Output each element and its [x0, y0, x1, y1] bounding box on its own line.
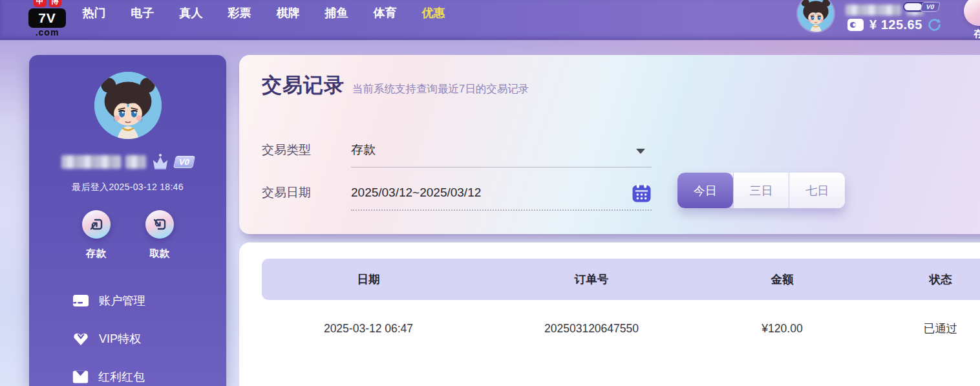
transaction-table-card: 日期 订单号 金额 状态 2025-03-12 06:47 2025031206…	[239, 242, 980, 386]
refresh-icon	[928, 18, 941, 32]
nav-item-fishing[interactable]: 捕鱼	[312, 0, 361, 26]
balance-row: ¥ 125.65	[847, 16, 941, 33]
sidebar-item-bonus[interactable]: 红利红包	[72, 358, 145, 386]
transaction-filter-card: 交易记录 当前系统支持查询最近7日的交易记录 交易类型 存款 交易日期 2025…	[239, 55, 980, 234]
logo-com: .com	[25, 28, 70, 38]
nav-item-hot[interactable]: 热门	[70, 0, 118, 26]
table-header-order: 订单号	[475, 272, 708, 287]
vip-level-chip: V0	[920, 2, 941, 12]
floating-deposit-label: 存	[960, 28, 980, 40]
sidebar-item-label: 账户管理	[99, 293, 145, 308]
transaction-date-input[interactable]: 2025/03/12~2025/03/12	[351, 176, 652, 211]
nav-item-sports[interactable]: 体育	[361, 0, 409, 26]
deposit-button[interactable]: 存款	[76, 210, 116, 261]
crown-icon	[151, 153, 170, 170]
table-header-row: 日期 订单号 金额 状态	[262, 259, 980, 300]
deposit-icon	[82, 210, 111, 239]
sidebar-item-account[interactable]: 账户管理	[72, 281, 145, 319]
avatar-image	[798, 0, 834, 32]
blurred-username-segment	[125, 155, 146, 169]
withdraw-button[interactable]: 取款	[140, 210, 180, 261]
refresh-balance-button[interactable]	[928, 18, 941, 32]
deposit-label: 存款	[76, 247, 116, 261]
vip-progress-fill	[904, 3, 922, 10]
table-row: 2025-03-12 06:47 202503120647550 ¥120.00…	[262, 306, 980, 351]
gem-icon	[72, 331, 89, 346]
range-button-3days[interactable]: 三日	[733, 173, 789, 208]
table-header-date: 日期	[262, 272, 475, 287]
sidebar-avatar[interactable]	[94, 72, 162, 139]
chevron-down-icon	[636, 149, 645, 154]
main-menu: 热门 电子 真人 彩票 棋牌 捕鱼 体育 优惠	[70, 0, 458, 26]
withdraw-icon	[145, 210, 174, 239]
wallet-icon	[847, 17, 864, 32]
sidebar-name-row: V0	[29, 152, 226, 171]
page-subtitle: 当前系统支持查询最近7日的交易记录	[352, 82, 529, 99]
range-button-today[interactable]: 今日	[677, 173, 733, 208]
withdraw-label: 取款	[140, 247, 180, 261]
sidebar-item-label: VIP特权	[99, 331, 141, 347]
avatar-image	[94, 72, 162, 139]
page: 申 博 7V .com 热门 电子 真人 彩票 棋牌 捕鱼 体育 优惠 V0	[0, 0, 980, 386]
transaction-type-row: 交易类型 存款	[262, 133, 652, 167]
cell-order-number: 202503120647550	[475, 322, 708, 336]
calendar-picker-button[interactable]	[632, 183, 652, 203]
blurred-username-segment	[846, 5, 901, 16]
sidebar-quick-actions: 存款 取款	[29, 210, 226, 261]
nav-item-live[interactable]: 真人	[167, 0, 215, 26]
site-logo[interactable]: 申 博 7V .com	[25, 0, 70, 38]
vip-progress-badge[interactable]: V0	[902, 1, 940, 12]
logo-7v: 7V	[28, 8, 66, 28]
nav-item-chess[interactable]: 棋牌	[264, 0, 312, 26]
cell-date: 2025-03-12 06:47	[262, 322, 475, 336]
transaction-date-row: 交易日期 2025/03/12~2025/03/12	[262, 176, 652, 211]
sidebar-item-vip[interactable]: VIP特权	[72, 319, 145, 358]
transaction-date-value: 2025/03/12~2025/03/12	[351, 186, 481, 199]
balance-amount: ¥ 125.65	[869, 17, 922, 32]
top-navigation-bar: 申 博 7V .com 热门 电子 真人 彩票 棋牌 捕鱼 体育 优惠 V0	[0, 0, 980, 40]
vip-level-chip: V0	[173, 156, 195, 168]
user-sidebar: V0 最后登入2025-03-12 18:46 存款	[29, 55, 226, 386]
cell-status: 已通过	[857, 321, 980, 336]
user-avatar[interactable]	[798, 0, 834, 32]
transaction-type-select[interactable]: 存款	[351, 133, 652, 167]
title-row: 交易记录 当前系统支持查询最近7日的交易记录	[262, 72, 529, 99]
transaction-type-value: 存款	[351, 143, 376, 156]
red-packet-icon	[72, 370, 89, 383]
blurred-username-segment	[61, 155, 121, 169]
calendar-icon	[632, 183, 652, 203]
floating-deposit-icon	[964, 0, 980, 26]
sidebar-menu: 账户管理 VIP特权 红利红包	[72, 281, 145, 386]
logo-badge-shen: 申	[34, 0, 47, 7]
nav-item-lottery[interactable]: 彩票	[215, 0, 264, 26]
last-login-text: 最后登入2025-03-12 18:46	[29, 182, 226, 193]
bank-card-icon	[72, 294, 89, 307]
transaction-type-label: 交易类型	[262, 133, 351, 167]
table-header-status: 状态	[857, 272, 980, 287]
sidebar-item-label: 红利红包	[98, 369, 145, 385]
transaction-date-label: 交易日期	[262, 176, 351, 211]
nav-item-slots[interactable]: 电子	[118, 0, 167, 26]
logo-badge-bo: 博	[48, 0, 61, 7]
page-title: 交易记录	[262, 72, 345, 99]
date-range-button-group: 今日 三日 七日	[677, 173, 845, 208]
logo-badges: 申 博	[25, 0, 70, 7]
range-button-7days[interactable]: 七日	[789, 173, 845, 208]
nav-item-promotions[interactable]: 优惠	[409, 0, 458, 26]
cell-amount: ¥120.00	[708, 322, 857, 336]
table-header-amount: 金额	[708, 272, 857, 287]
floating-deposit-button[interactable]: 存	[960, 0, 980, 40]
